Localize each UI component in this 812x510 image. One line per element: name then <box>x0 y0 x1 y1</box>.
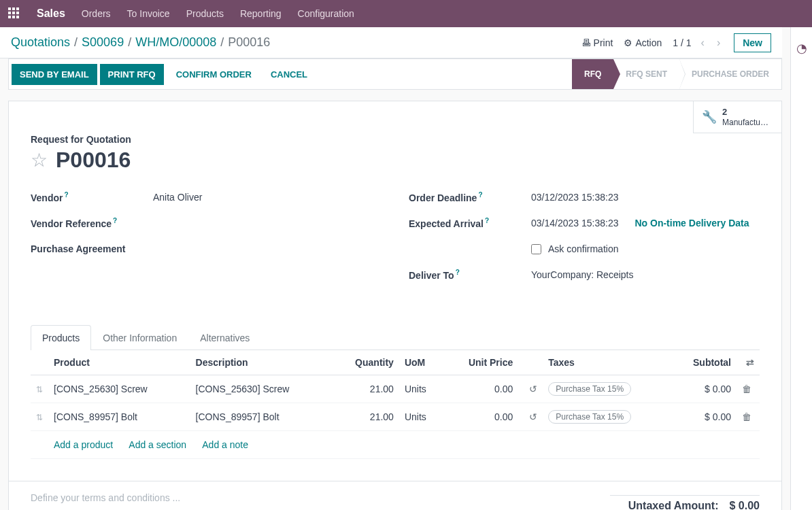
stat-label: Manufactu… <box>722 118 768 127</box>
action-label: Action <box>635 37 662 48</box>
deliver-to-label: Deliver To? <box>409 269 531 281</box>
deliver-to-value[interactable]: YourCompany: Receipts <box>531 269 760 280</box>
send-email-button[interactable]: SEND BY EMAIL <box>12 64 97 85</box>
order-deadline-value[interactable]: 03/12/2023 15:38:23 <box>531 192 760 203</box>
tab-other-info[interactable]: Other Information <box>91 325 188 350</box>
menu-configuration[interactable]: Configuration <box>298 8 354 19</box>
col-quantity: Quantity <box>332 350 399 375</box>
refresh-icon[interactable]: ↺ <box>529 411 537 422</box>
tab-products[interactable]: Products <box>31 325 91 350</box>
control-bar: Quotations / S00069 / WH/MO/00008 / P000… <box>0 27 782 58</box>
confirm-order-button[interactable]: CONFIRM ORDER <box>167 64 261 85</box>
drag-handle-icon[interactable]: ⇅ <box>36 413 43 422</box>
wrench-icon: 🔧 <box>702 109 717 124</box>
cell-product[interactable]: [CONS_25630] Screw <box>48 375 190 403</box>
tabs: Products Other Information Alternatives <box>31 325 760 350</box>
drag-handle-icon[interactable]: ⇅ <box>36 385 43 394</box>
star-icon[interactable]: ☆ <box>31 149 48 171</box>
table-row[interactable]: ⇅ [CONS_25630] Screw [CONS_25630] Screw … <box>31 375 760 403</box>
untaxed-label: Untaxed Amount: <box>610 500 719 510</box>
apps-icon[interactable] <box>8 7 20 20</box>
cell-subtotal: $ 0.00 <box>670 403 737 431</box>
table-row[interactable]: ⇅ [CONS_89957] Bolt [CONS_89957] Bolt 21… <box>31 403 760 431</box>
col-uom: UoM <box>399 350 443 375</box>
vendor-ref-label: Vendor Reference? <box>31 217 153 229</box>
add-product-link[interactable]: Add a product <box>54 439 113 450</box>
topbar: Sales Orders To Invoice Products Reporti… <box>0 0 812 27</box>
expected-arrival-value[interactable]: 03/14/2023 15:38:23 <box>531 218 618 228</box>
side-strip: ◔ <box>790 27 812 510</box>
breadcrumb-mo[interactable]: WH/MO/00008 <box>135 35 216 50</box>
breadcrumb-quotations[interactable]: Quotations <box>11 35 70 50</box>
stat-manufacturing-button[interactable]: 🔧 2 Manufactu… <box>693 101 781 133</box>
print-icon: 🖶 <box>581 37 591 48</box>
cell-quantity[interactable]: 21.00 <box>332 375 399 403</box>
menu-products[interactable]: Products <box>186 8 224 19</box>
pager-text: 1 / 1 <box>673 37 691 48</box>
refresh-icon[interactable]: ↺ <box>529 384 537 394</box>
trash-icon[interactable]: 🗑 <box>742 384 751 394</box>
print-button[interactable]: 🖶 Print <box>581 37 613 48</box>
status-rfq[interactable]: RFQ <box>572 59 613 89</box>
status-bar: RFQ RFQ SENT PURCHASE ORDER <box>572 59 781 89</box>
clock-icon[interactable]: ◔ <box>796 41 807 56</box>
pager-next[interactable]: › <box>714 37 723 49</box>
status-purchase-order[interactable]: PURCHASE ORDER <box>679 59 781 89</box>
status-rfq-sent[interactable]: RFQ SENT <box>613 59 679 89</box>
col-description: Description <box>190 350 333 375</box>
tax-pill[interactable]: Purchase Tax 15% <box>548 382 631 396</box>
trash-icon[interactable]: 🗑 <box>742 411 751 422</box>
tax-pill[interactable]: Purchase Tax 15% <box>548 410 631 424</box>
breadcrumb-s00069[interactable]: S00069 <box>82 35 124 50</box>
cell-unit-price[interactable]: 0.00 <box>443 403 518 431</box>
ask-confirmation-label: Ask confirmation <box>548 243 618 254</box>
help-icon[interactable]: ? <box>64 191 68 199</box>
breadcrumb-current: P00016 <box>228 35 270 50</box>
terms-input[interactable]: Define your terms and conditions ... <box>31 492 180 503</box>
cell-description[interactable]: [CONS_89957] Bolt <box>190 403 333 431</box>
totals: Untaxed Amount: $ 0.00 Tax 15%: $ 0.00 T… <box>610 492 760 510</box>
purchase-agreement-label: Purchase Agreement <box>31 243 153 254</box>
help-icon[interactable]: ? <box>485 217 489 224</box>
order-lines-table: Product Description Quantity UoM Unit Pr… <box>31 350 760 459</box>
menu-reporting[interactable]: Reporting <box>240 8 282 19</box>
print-rfq-button[interactable]: PRINT RFQ <box>100 64 164 85</box>
help-icon[interactable]: ? <box>478 191 482 199</box>
untaxed-value: $ 0.00 <box>730 500 760 510</box>
record-title: P00016 <box>56 148 131 173</box>
col-product: Product <box>48 350 190 375</box>
cell-subtotal: $ 0.00 <box>670 375 737 403</box>
columns-options-icon[interactable]: ⇄ <box>746 357 754 368</box>
no-ontime-link[interactable]: No On-time Delivery Data <box>635 218 749 228</box>
help-icon[interactable]: ? <box>456 269 460 276</box>
action-bar: SEND BY EMAIL PRINT RFQ CONFIRM ORDER CA… <box>8 58 782 90</box>
print-label: Print <box>594 37 613 48</box>
cell-description[interactable]: [CONS_25630] Screw <box>190 375 333 403</box>
cell-uom[interactable]: Units <box>399 403 443 431</box>
pager-prev[interactable]: ‹ <box>698 37 707 49</box>
menu-to-invoice[interactable]: To Invoice <box>127 8 170 19</box>
col-unit-price: Unit Price <box>443 350 518 375</box>
tab-alternatives[interactable]: Alternatives <box>188 325 261 350</box>
gear-icon: ⚙ <box>624 37 632 48</box>
action-button[interactable]: ⚙ Action <box>624 37 662 48</box>
form-sheet: 🔧 2 Manufactu… Request for Quotation ☆ P… <box>8 101 782 510</box>
cancel-button[interactable]: CANCEL <box>261 64 317 85</box>
subtitle: Request for Quotation <box>31 134 760 145</box>
cell-uom[interactable]: Units <box>399 375 443 403</box>
cell-unit-price[interactable]: 0.00 <box>443 375 518 403</box>
new-button[interactable]: New <box>734 33 771 52</box>
top-menu: Orders To Invoice Products Reporting Con… <box>82 8 354 19</box>
cell-product[interactable]: [CONS_89957] Bolt <box>48 403 190 431</box>
menu-orders[interactable]: Orders <box>82 8 111 19</box>
vendor-value[interactable]: Anita Oliver <box>153 192 382 203</box>
vendor-label: Vendor? <box>31 191 153 203</box>
ask-confirmation-checkbox[interactable] <box>531 244 541 254</box>
help-icon[interactable]: ? <box>113 217 117 224</box>
expected-arrival-label: Expected Arrival? <box>409 217 531 229</box>
app-brand[interactable]: Sales <box>37 7 65 20</box>
add-note-link[interactable]: Add a note <box>202 439 248 450</box>
breadcrumb: Quotations / S00069 / WH/MO/00008 / P000… <box>11 35 270 50</box>
add-section-link[interactable]: Add a section <box>129 439 186 450</box>
cell-quantity[interactable]: 21.00 <box>332 403 399 431</box>
